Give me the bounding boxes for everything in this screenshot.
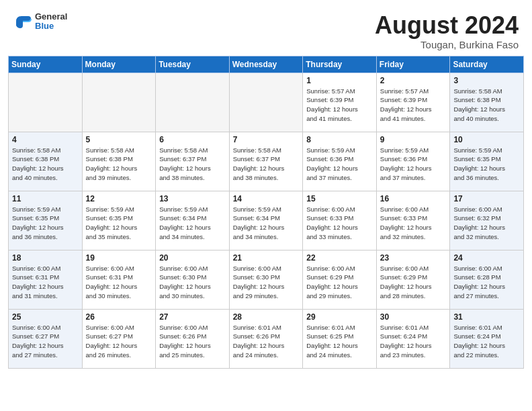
title-block: August 2024 Tougan, Burkina Faso	[375, 12, 519, 50]
day-info: Sunrise: 6:00 AMSunset: 6:26 PMDaylight:…	[159, 323, 226, 360]
day-number: 15	[306, 194, 373, 203]
day-number: 13	[159, 194, 226, 203]
table-row: 14Sunrise: 5:59 AMSunset: 6:34 PMDayligh…	[229, 191, 303, 250]
day-info: Sunrise: 6:00 AMSunset: 6:32 PMDaylight:…	[453, 205, 520, 242]
logo-icon	[13, 12, 32, 31]
day-info: Sunrise: 6:00 AMSunset: 6:29 PMDaylight:…	[306, 264, 373, 301]
table-row: 2Sunrise: 5:57 AMSunset: 6:39 PMDaylight…	[376, 73, 450, 132]
logo-blue-text: Blue	[35, 21, 67, 31]
day-info: Sunrise: 6:00 AMSunset: 6:28 PMDaylight:…	[453, 264, 520, 301]
day-info: Sunrise: 6:00 AMSunset: 6:27 PMDaylight:…	[12, 323, 79, 360]
table-row: 24Sunrise: 6:00 AMSunset: 6:28 PMDayligh…	[450, 250, 524, 309]
day-info: Sunrise: 5:58 AMSunset: 6:38 PMDaylight:…	[86, 146, 152, 183]
table-row: 6Sunrise: 5:58 AMSunset: 6:37 PMDaylight…	[156, 132, 230, 191]
table-row: 18Sunrise: 6:00 AMSunset: 6:31 PMDayligh…	[9, 250, 83, 309]
day-number: 21	[233, 253, 300, 263]
table-row: 31Sunrise: 6:01 AMSunset: 6:24 PMDayligh…	[450, 309, 524, 368]
week-row-3: 18Sunrise: 6:00 AMSunset: 6:31 PMDayligh…	[9, 250, 524, 309]
table-row: 27Sunrise: 6:00 AMSunset: 6:26 PMDayligh…	[156, 309, 230, 368]
day-number: 19	[86, 253, 152, 263]
day-info: Sunrise: 5:59 AMSunset: 6:34 PMDaylight:…	[159, 205, 226, 242]
week-row-1: 4Sunrise: 5:58 AMSunset: 6:38 PMDaylight…	[9, 132, 524, 191]
day-number: 16	[380, 194, 447, 203]
calendar-location: Tougan, Burkina Faso	[375, 39, 519, 50]
table-row: 29Sunrise: 6:01 AMSunset: 6:25 PMDayligh…	[303, 309, 377, 368]
table-row: 20Sunrise: 6:00 AMSunset: 6:30 PMDayligh…	[156, 250, 230, 309]
day-number: 24	[453, 253, 520, 263]
day-info: Sunrise: 6:00 AMSunset: 6:30 PMDaylight:…	[233, 264, 300, 301]
week-row-0: 1Sunrise: 5:57 AMSunset: 6:39 PMDaylight…	[9, 73, 524, 132]
table-row: 19Sunrise: 6:00 AMSunset: 6:31 PMDayligh…	[82, 250, 156, 309]
day-number: 29	[306, 312, 373, 322]
logo-general-text: General	[35, 12, 67, 21]
table-row: 12Sunrise: 5:59 AMSunset: 6:35 PMDayligh…	[82, 191, 156, 250]
header-friday: Friday	[376, 56, 450, 73]
day-info: Sunrise: 5:57 AMSunset: 6:39 PMDaylight:…	[380, 87, 447, 124]
table-row: 17Sunrise: 6:00 AMSunset: 6:32 PMDayligh…	[450, 191, 524, 250]
day-info: Sunrise: 5:58 AMSunset: 6:38 PMDaylight:…	[12, 146, 79, 183]
day-number: 17	[453, 194, 520, 203]
day-info: Sunrise: 6:00 AMSunset: 6:27 PMDaylight:…	[86, 323, 152, 360]
day-info: Sunrise: 6:01 AMSunset: 6:24 PMDaylight:…	[453, 323, 520, 360]
table-row: 22Sunrise: 6:00 AMSunset: 6:29 PMDayligh…	[303, 250, 377, 309]
table-row: 4Sunrise: 5:58 AMSunset: 6:38 PMDaylight…	[9, 132, 83, 191]
day-info: Sunrise: 6:00 AMSunset: 6:29 PMDaylight:…	[380, 264, 447, 301]
calendar-table: Sunday Monday Tuesday Wednesday Thursday…	[8, 56, 524, 369]
day-number: 28	[233, 312, 300, 322]
table-row	[9, 73, 83, 132]
day-number: 7	[233, 135, 300, 144]
table-row: 8Sunrise: 5:59 AMSunset: 6:36 PMDaylight…	[303, 132, 377, 191]
table-row: 15Sunrise: 6:00 AMSunset: 6:33 PMDayligh…	[303, 191, 377, 250]
header-saturday: Saturday	[450, 56, 524, 73]
table-row: 16Sunrise: 6:00 AMSunset: 6:33 PMDayligh…	[376, 191, 450, 250]
day-info: Sunrise: 6:00 AMSunset: 6:33 PMDaylight:…	[380, 205, 447, 242]
week-row-4: 25Sunrise: 6:00 AMSunset: 6:27 PMDayligh…	[9, 309, 524, 368]
table-row: 13Sunrise: 5:59 AMSunset: 6:34 PMDayligh…	[156, 191, 230, 250]
day-number: 31	[453, 312, 520, 322]
day-number: 27	[159, 312, 226, 322]
day-number: 9	[380, 135, 447, 144]
week-row-2: 11Sunrise: 5:59 AMSunset: 6:35 PMDayligh…	[9, 191, 524, 250]
table-row: 26Sunrise: 6:00 AMSunset: 6:27 PMDayligh…	[82, 309, 156, 368]
day-number: 22	[306, 253, 373, 263]
header-tuesday: Tuesday	[156, 56, 230, 73]
logo-text: General Blue	[35, 12, 67, 32]
logo: General Blue	[13, 12, 67, 32]
day-number: 14	[233, 194, 300, 203]
day-number: 23	[380, 253, 447, 263]
day-number: 26	[86, 312, 152, 322]
day-info: Sunrise: 5:59 AMSunset: 6:35 PMDaylight:…	[86, 205, 152, 242]
calendar-title: August 2024	[375, 12, 519, 39]
table-row: 1Sunrise: 5:57 AMSunset: 6:39 PMDaylight…	[303, 73, 377, 132]
day-number: 3	[453, 76, 520, 85]
day-info: Sunrise: 5:59 AMSunset: 6:35 PMDaylight:…	[453, 146, 520, 183]
day-info: Sunrise: 5:59 AMSunset: 6:36 PMDaylight:…	[306, 146, 373, 183]
day-info: Sunrise: 5:58 AMSunset: 6:38 PMDaylight:…	[453, 87, 520, 124]
day-number: 11	[12, 194, 79, 203]
calendar: Sunday Monday Tuesday Wednesday Thursday…	[0, 56, 532, 411]
day-number: 25	[12, 312, 79, 322]
day-number: 6	[159, 135, 226, 144]
day-info: Sunrise: 5:57 AMSunset: 6:39 PMDaylight:…	[306, 87, 373, 124]
day-info: Sunrise: 5:59 AMSunset: 6:36 PMDaylight:…	[380, 146, 447, 183]
table-row: 5Sunrise: 5:58 AMSunset: 6:38 PMDaylight…	[82, 132, 156, 191]
page: General Blue August 2024 Tougan, Burkina…	[0, 0, 532, 411]
header: General Blue August 2024 Tougan, Burkina…	[0, 0, 532, 56]
day-info: Sunrise: 6:01 AMSunset: 6:24 PMDaylight:…	[380, 323, 447, 360]
day-info: Sunrise: 6:00 AMSunset: 6:31 PMDaylight:…	[86, 264, 152, 301]
table-row	[156, 73, 230, 132]
day-info: Sunrise: 6:00 AMSunset: 6:30 PMDaylight:…	[159, 264, 226, 301]
table-row: 9Sunrise: 5:59 AMSunset: 6:36 PMDaylight…	[376, 132, 450, 191]
header-wednesday: Wednesday	[229, 56, 303, 73]
table-row	[82, 73, 156, 132]
day-number: 18	[12, 253, 79, 263]
day-info: Sunrise: 5:59 AMSunset: 6:35 PMDaylight:…	[12, 205, 79, 242]
day-info: Sunrise: 6:00 AMSunset: 6:31 PMDaylight:…	[12, 264, 79, 301]
header-thursday: Thursday	[303, 56, 377, 73]
header-monday: Monday	[82, 56, 156, 73]
header-sunday: Sunday	[9, 56, 83, 73]
table-row: 28Sunrise: 6:01 AMSunset: 6:26 PMDayligh…	[229, 309, 303, 368]
table-row	[229, 73, 303, 132]
day-info: Sunrise: 6:01 AMSunset: 6:25 PMDaylight:…	[306, 323, 373, 360]
table-row: 3Sunrise: 5:58 AMSunset: 6:38 PMDaylight…	[450, 73, 524, 132]
